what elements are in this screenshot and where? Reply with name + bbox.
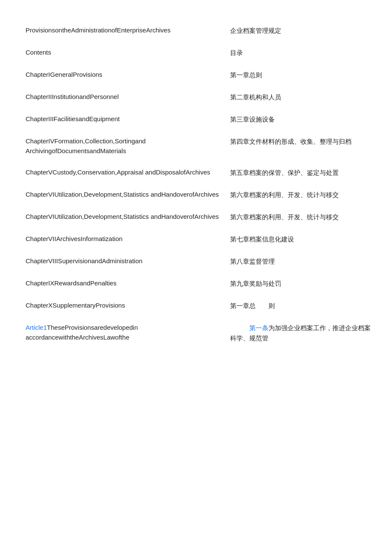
chapter6-en: ChapterVIUtilization,Development,Statist… bbox=[26, 190, 230, 200]
chapter3-row: ChapterIIIFacilitiesandEquipment 第三章设施设备 bbox=[26, 114, 375, 125]
contents-zh: 目录 bbox=[230, 48, 375, 58]
title-zh: 企业档案管理规定 bbox=[230, 26, 375, 36]
chapter1-en: ChapterIGeneralProvisions bbox=[26, 70, 230, 80]
article1-link[interactable]: Article1 bbox=[26, 324, 47, 331]
chapter2-row: ChapterIIInstitutionandPersonnel 第二章机构和人… bbox=[26, 92, 375, 102]
chapter7-zh: 第六章档案的利用、开发、统计与移交 bbox=[230, 212, 375, 222]
chapter10-en: ChapterIXRewardsandPenalties bbox=[26, 279, 230, 288]
chapter9-row: ChapterVIIISupervisionandAdministration … bbox=[26, 256, 375, 267]
title-en: ProvisionsontheAdministrationofEnterpris… bbox=[26, 26, 230, 35]
chapter1-zh: 第一章总则 bbox=[230, 70, 375, 80]
title-row: ProvisionsontheAdministrationofEnterpris… bbox=[26, 26, 375, 36]
chapter8-row: ChapterVIIArchivesInformatization 第七章档案信… bbox=[26, 234, 375, 244]
chapter1b-en: ChapterXSupplementaryProvisions bbox=[26, 301, 230, 311]
chapter5-row: ChapterVCustody,Conservation,Appraisal a… bbox=[26, 168, 375, 178]
article1-row: Article1TheseProvisionsaredevelopedin ac… bbox=[26, 323, 375, 343]
chapter10-row: ChapterIXRewardsandPenalties 第九章奖励与处罚 bbox=[26, 279, 375, 289]
chapter2-zh: 第二章机构和人员 bbox=[230, 92, 375, 102]
article1-en: Article1TheseProvisionsaredevelopedin ac… bbox=[26, 323, 230, 342]
contents-row: Contents 目录 bbox=[26, 48, 375, 58]
chapter6-zh: 第六章档案的利用、开发、统计与移交 bbox=[230, 190, 375, 200]
chapter1-row: ChapterIGeneralProvisions 第一章总则 bbox=[26, 70, 375, 80]
article1-zh: 第一条为加强企业档案工作，推进企业档案科学、规范管 bbox=[230, 323, 375, 343]
chapter4-en: ChapterIVFormation,Collection,Sortingand… bbox=[26, 137, 230, 156]
article1-zh-link: 第一条 bbox=[249, 324, 268, 331]
chapter9-zh: 第八章监督管理 bbox=[230, 256, 375, 267]
chapter7-en: ChapterVIUtilization,Development,Statist… bbox=[26, 212, 230, 222]
chapter4-row: ChapterIVFormation,Collection,Sortingand… bbox=[26, 137, 375, 156]
chapter1b-zh: 第一章总 则 bbox=[230, 301, 375, 311]
chapter3-zh: 第三章设施设备 bbox=[230, 114, 375, 125]
document-container: ProvisionsontheAdministrationofEnterpris… bbox=[26, 26, 375, 343]
chapter8-en: ChapterVIIArchivesInformatization bbox=[26, 234, 230, 244]
chapter7-row: ChapterVIUtilization,Development,Statist… bbox=[26, 212, 375, 222]
chapter5-en: ChapterVCustody,Conservation,Appraisal a… bbox=[26, 168, 230, 177]
chapter8-zh: 第七章档案信息化建设 bbox=[230, 234, 375, 244]
chapter10-zh: 第九章奖励与处罚 bbox=[230, 279, 375, 289]
chapter3-en: ChapterIIIFacilitiesandEquipment bbox=[26, 114, 230, 124]
chapter9-en: ChapterVIIISupervisionandAdministration bbox=[26, 256, 230, 266]
chapter5-zh: 第五章档案的保管、保护、鉴定与处置 bbox=[230, 168, 375, 178]
contents-en: Contents bbox=[26, 48, 230, 58]
chapter6-row: ChapterVIUtilization,Development,Statist… bbox=[26, 190, 375, 200]
chapter2-en: ChapterIIInstitutionandPersonnel bbox=[26, 92, 230, 102]
chapter4-zh: 第四章文件材料的形成、收集、整理与归档 bbox=[230, 137, 375, 147]
chapter1b-row: ChapterXSupplementaryProvisions 第一章总 则 bbox=[26, 301, 375, 311]
